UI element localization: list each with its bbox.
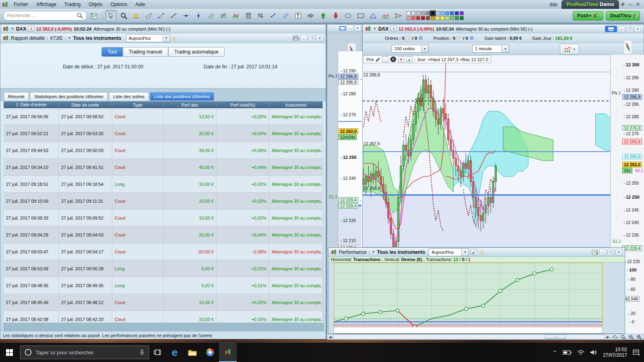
column-header[interactable]: Perf abs [163,103,217,107]
report-subtab[interactable]: Liste des ordres [109,92,149,101]
file-explorer-icon[interactable] [184,343,201,362]
dropdown-arrow-icon[interactable] [163,35,170,42]
report-tab-trading-manuel[interactable]: Trading manuel [123,47,168,57]
column-header[interactable]: Instrument [269,103,323,107]
menu-item-affichage[interactable]: Affichage [32,1,60,8]
table-row[interactable]: 27 juil. 2017 09:52:2127 juil. 2017 09:5… [4,125,323,142]
table-row[interactable]: 27 juil. 2017 09:04:2827 juil. 2017 09:0… [4,226,323,243]
color-swatch[interactable] [416,16,420,20]
new-chart-button[interactable] [88,10,99,21]
pin-icon[interactable]: ✚ [619,2,626,7]
table-row[interactable]: 27 juil. 2017 09:34:1027 juil. 2017 09:4… [4,159,323,176]
info-icon[interactable] [390,26,396,32]
chart-settings-icon[interactable] [611,335,619,339]
arrow-up-tool[interactable] [318,10,329,21]
minimize-button[interactable] [300,35,307,41]
pitchfork-tool[interactable] [230,10,242,21]
menu-item-options[interactable]: Options [107,1,131,8]
close-button[interactable] [634,26,641,32]
color-swatch[interactable] [455,11,459,15]
column-header[interactable]: Date de sortie [59,103,112,107]
cursor-tool[interactable] [105,10,117,21]
menu-item-objets[interactable]: Objets [85,1,107,8]
triangle-tool[interactable] [367,10,379,21]
table-row[interactable]: 27 juil. 2017 09:10:5927 juil. 2017 09:1… [4,193,323,210]
keyboard-button[interactable] [605,26,617,32]
report-subtab[interactable]: Liste des positions clôturées [150,92,214,101]
horizontal-line-tool[interactable]: ✱ [180,10,192,21]
period-dropdown[interactable]: Aujourd'hui [126,34,170,42]
color-swatch[interactable] [455,16,459,20]
scrollbar-handle[interactable]: ≡ [545,335,566,339]
wedge-pattern-tool[interactable] [392,10,404,21]
realtime-status-icon[interactable] [623,40,632,54]
color-swatch[interactable] [460,16,464,20]
table-row[interactable]: 27 juil. 2017 09:56:0527 juil. 2017 09:5… [4,108,323,125]
orders-settings-icon[interactable] [418,36,423,41]
report-subtab[interactable]: Résumé [4,92,29,101]
trendline-tool[interactable] [155,10,167,21]
settings-wrench-icon[interactable] [376,57,380,62]
table-row[interactable]: 27 juil. 2017 09:09:3327 juil. 2017 09:0… [4,210,323,226]
zoom-auto-icon[interactable] [619,335,627,339]
close-button[interactable] [615,249,622,255]
scroll-right-icon[interactable]: ▶ [605,335,611,339]
table-row[interactable]: 27 juil. 2017 08:48:3527 juil. 2017 08:4… [4,277,323,294]
performance-titlebar[interactable]: Performance | ▼ Tous les instruments Auj… [328,248,625,257]
equity-curve-chart[interactable] [334,263,603,328]
color-swatch[interactable] [460,11,464,15]
line-tool[interactable] [168,10,179,21]
window-mode-icon[interactable] [382,56,388,62]
table-row[interactable]: 27 juil. 2017 09:18:5127 juil. 2017 09:1… [4,176,323,193]
push-plus-button[interactable]: Push+ [573,11,603,21]
scroll-left-icon[interactable]: ◀ [327,335,333,339]
minimize-button[interactable] [618,26,625,32]
maximize-button[interactable] [308,35,315,41]
table-row[interactable]: 27 juil. 2017 08:45:4927 juil. 2017 08:4… [4,294,323,311]
table-header[interactable]: ⇧ Date d'entréeDate de sortieTypePerf ab… [4,101,323,108]
color-swatch[interactable] [445,16,449,20]
color-swatch[interactable] [407,16,411,20]
color-swatch[interactable] [436,11,440,15]
column-header[interactable]: Perf relat(%) [217,103,269,107]
color-swatch[interactable] [426,11,430,15]
taskbar-search[interactable]: Taper ici pour rechercher [20,346,149,359]
close-button[interactable] [354,25,361,31]
chrome-icon[interactable] [201,343,219,362]
close-icon[interactable]: ✕ [634,2,642,7]
zoom-tool[interactable] [118,10,129,21]
workspace-tab-dax[interactable]: dax [546,1,561,8]
move-up-icon[interactable]: ▲ [406,56,413,62]
right-price-axis[interactable] [610,55,644,247]
timeframe-dropdown[interactable]: 1 minute [472,45,509,53]
maximize-button[interactable] [626,26,633,32]
ruler-tool[interactable] [143,10,154,21]
segment-tool[interactable] [268,10,279,21]
color-swatch[interactable] [407,11,411,15]
prorealtime-app-icon[interactable] [219,343,237,362]
color-swatch[interactable] [426,16,430,20]
dropdown-arrow-icon[interactable] [421,45,428,52]
color-swatch[interactable] [411,11,415,15]
microphone-icon[interactable] [140,349,144,356]
table-row[interactable]: 27 juil. 2017 08:53:0927 juil. 2017 09:0… [4,260,323,277]
menu-item-trading[interactable]: Trading [60,1,85,8]
battery-icon[interactable] [563,350,572,355]
warning-icon[interactable] [172,35,178,41]
color-swatch[interactable] [445,11,449,15]
zigzag-pattern-tool[interactable] [380,10,391,21]
color-swatch[interactable] [450,11,454,15]
vertical-line-tool[interactable]: ✱ [193,10,204,21]
chevron-down-icon[interactable]: ▼ [373,27,376,31]
trash-icon[interactable] [243,10,254,21]
minimize-button[interactable] [599,249,606,255]
column-header[interactable]: Type [112,103,163,107]
move-down-icon[interactable]: ▼ [398,56,405,62]
edge-browser-icon[interactable]: e [166,343,184,362]
position-list-icon[interactable] [457,36,462,41]
wifi-icon[interactable] [577,350,584,355]
column-header[interactable]: ⇧ Date d'entrée [4,102,59,107]
chevron-down-icon[interactable]: ▼ [68,36,71,40]
alert-bell-tool[interactable] [130,10,142,21]
info-icon[interactable] [28,26,34,32]
